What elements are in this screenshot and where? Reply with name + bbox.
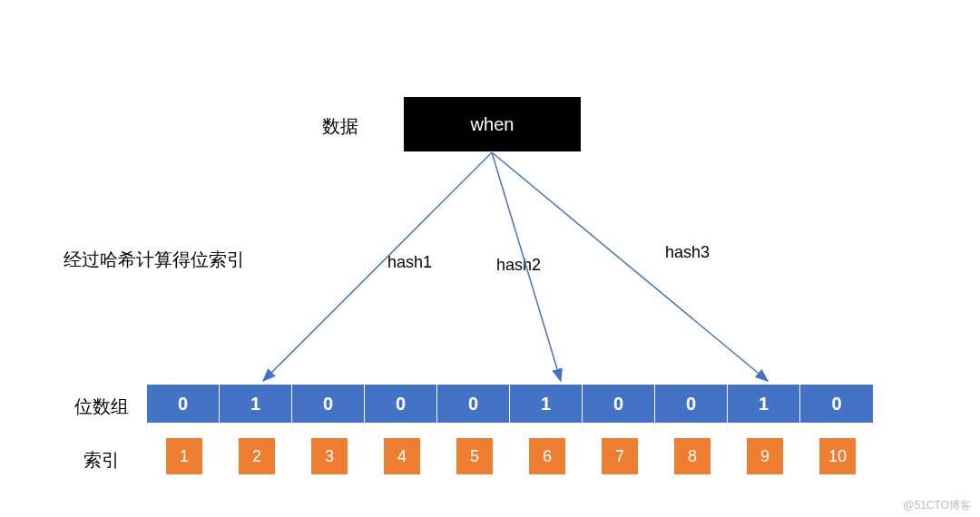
bit-cell: 0 (437, 385, 510, 423)
index-row: 1 2 3 4 5 6 7 8 9 10 (147, 437, 857, 475)
bit-cell: 0 (583, 385, 655, 423)
index-cell: 3 (310, 437, 348, 475)
bit-cell: 1 (510, 385, 583, 423)
bit-cell: 0 (292, 385, 365, 423)
index-cell: 10 (818, 437, 857, 475)
index-cell: 8 (673, 437, 711, 475)
data-label: 数据 (322, 114, 358, 139)
index-cell: 9 (746, 437, 784, 475)
index-label: 索引 (83, 448, 120, 473)
index-cell: 2 (238, 437, 276, 475)
bit-cell: 1 (728, 385, 800, 423)
index-cell: 6 (528, 437, 566, 475)
bit-cell: 0 (800, 385, 873, 423)
hash3-label: hash3 (665, 243, 710, 262)
index-cell: 4 (383, 437, 421, 475)
hash-caption: 经过哈希计算得位索引 (64, 248, 245, 272)
svg-line-1 (263, 152, 492, 381)
index-cell: 1 (165, 437, 203, 475)
bit-cell: 0 (655, 385, 728, 423)
index-cell: 7 (601, 437, 639, 475)
watermark: @51CTO博客 (903, 498, 971, 513)
bit-cell: 1 (220, 385, 292, 423)
hash2-label: hash2 (496, 256, 541, 275)
bitarray-label: 位数组 (74, 395, 129, 419)
hash1-label: hash1 (387, 253, 432, 272)
data-box: when (404, 97, 581, 151)
index-cell: 5 (456, 437, 494, 475)
bit-cell: 0 (147, 385, 220, 423)
bitarray-row: 0 1 0 0 0 1 0 0 1 0 (147, 385, 873, 423)
bit-cell: 0 (365, 385, 437, 423)
